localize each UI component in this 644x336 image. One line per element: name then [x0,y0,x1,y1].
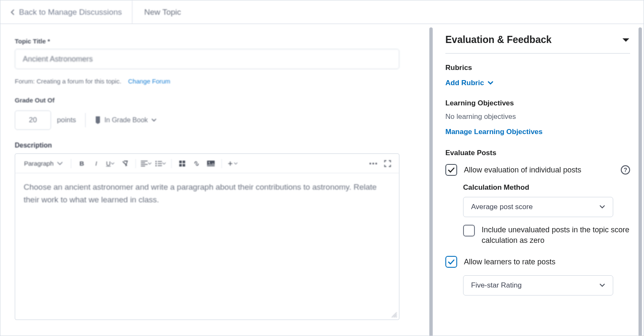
paragraph-style-dropdown[interactable]: Paragraph [20,157,67,170]
topic-title-label: Topic Title * [15,38,417,45]
separator [85,113,86,127]
editor-textarea[interactable]: Choose an ancient astronomer and write a… [15,173,399,320]
bold-button[interactable]: B [75,157,88,170]
list-button[interactable] [154,157,167,170]
allow-rate-checkbox[interactable] [445,256,457,268]
separator [221,159,222,168]
allow-evaluation-row: Allow evaluation of individual posts ? [445,164,630,176]
italic-button[interactable]: I [90,157,102,170]
grade-points-input[interactable] [15,110,51,130]
plus-icon [227,160,234,167]
in-gradebook-label: In Grade Book [104,116,148,124]
link-button[interactable] [190,157,203,170]
editor-toolbar: Paragraph B I U [15,154,399,173]
svg-rect-6 [179,164,182,167]
svg-point-11 [372,163,374,164]
fullscreen-icon [384,160,391,167]
learning-objectives-label: Learning Objectives [445,99,630,108]
app-frame: Back to Manage Discussions New Topic Top… [0,0,644,336]
no-objectives-text: No learning objectives [445,113,630,121]
paragraph-label: Paragraph [24,160,54,167]
right-panel: Evaluation & Feedback Rubrics Add Rubric… [433,24,644,336]
include-unevaluated-checkbox[interactable] [463,225,475,237]
left-pane: Topic Title * Forum: Creating a forum fo… [0,24,429,336]
description-text: Choose an ancient astronomer and write a… [24,183,377,204]
manage-objectives-link[interactable]: Manage Learning Objectives [445,128,543,136]
help-icon[interactable]: ? [621,165,630,175]
page-title: New Topic [132,0,193,24]
svg-point-10 [369,163,371,164]
fullscreen-button[interactable] [381,157,394,170]
add-rubric-link[interactable]: Add Rubric [445,79,493,87]
svg-point-3 [156,165,157,166]
grade-label: Grade Out Of [15,97,417,104]
overflow-button[interactable] [367,157,380,170]
calc-method-label: Calculation Method [463,183,630,192]
clear-format-button[interactable] [119,157,131,170]
grade-row: points In Grade Book [15,110,417,130]
gradebook-icon [95,116,101,124]
check-icon [447,167,455,173]
description-editor: Paragraph B I U [15,153,399,320]
ellipsis-icon [369,163,377,164]
forum-text: Forum: Creating a forum for this topic. [15,78,121,85]
rating-scheme-select[interactable]: Five-star Rating [463,275,613,296]
svg-point-9 [209,161,210,163]
list-icon [155,161,162,167]
chevron-down-icon [162,162,166,165]
topic-title-input[interactable] [15,49,399,69]
description-label: Description [15,142,417,149]
chevron-down-icon [599,282,605,288]
include-unevaluated-row: Include unevaluated posts in the topic s… [463,225,630,246]
image-button[interactable] [205,157,217,170]
svg-point-2 [156,163,157,164]
back-label: Back to Manage Discussions [19,8,122,17]
svg-point-12 [375,163,377,164]
include-unevaluated-label: Include unevaluated posts in the topic s… [482,225,630,246]
svg-rect-7 [183,164,185,167]
more-button[interactable] [226,157,239,170]
chevron-down-icon [234,162,238,165]
points-label: points [57,116,76,124]
chevron-down-icon [110,162,115,165]
allow-evaluation-checkbox[interactable] [445,164,457,176]
check-icon [447,259,455,265]
resize-grip-icon[interactable] [391,312,397,318]
allow-evaluation-label: Allow evaluation of individual posts [464,166,581,175]
chevron-down-icon [151,118,156,122]
chevron-left-icon [11,9,15,16]
underline-button[interactable]: U [104,157,117,170]
back-link[interactable]: Back to Manage Discussions [0,0,132,24]
calc-method-value: Average post score [471,203,533,211]
separator [171,159,172,168]
link-icon [193,160,200,167]
evaluate-posts-label: Evaluate Posts [445,149,630,157]
allow-rate-row: Allow learners to rate posts [445,256,630,268]
align-icon [141,161,148,167]
panel-header[interactable]: Evaluation & Feedback [445,34,630,54]
insert-stuff-button[interactable] [176,157,189,170]
main-area: Topic Title * Forum: Creating a forum fo… [0,24,644,336]
chevron-down-icon [488,81,493,85]
collapse-caret-icon [622,38,630,43]
right-scrollbar[interactable] [639,27,642,336]
separator [71,159,71,168]
svg-point-1 [156,161,157,162]
in-gradebook-button[interactable]: In Grade Book [95,116,156,124]
allow-rate-label: Allow learners to rate posts [464,258,555,266]
chevron-down-icon [148,162,152,165]
change-forum-link[interactable]: Change Forum [128,78,170,85]
panel-title: Evaluation & Feedback [445,34,552,46]
insert-stuff-icon [179,160,186,167]
clear-format-icon [121,160,128,167]
calc-method-select[interactable]: Average post score [463,197,613,217]
rating-value: Five-star Rating [471,281,522,290]
chevron-down-icon [57,161,63,167]
align-button[interactable] [140,157,153,170]
chevron-down-icon [599,204,605,210]
add-rubric-label: Add Rubric [445,79,484,87]
image-icon [207,161,215,167]
left-scrollbar[interactable] [429,27,433,336]
svg-rect-0 [96,116,100,118]
topbar: Back to Manage Discussions New Topic [0,0,644,24]
